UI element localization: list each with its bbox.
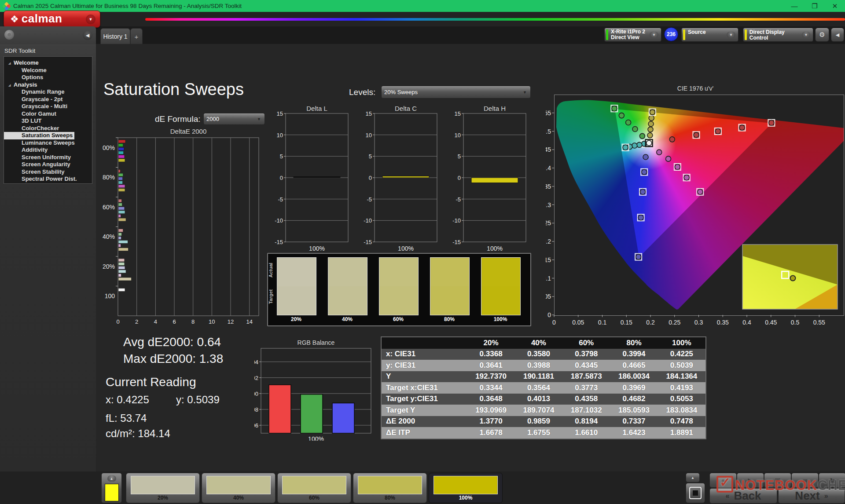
- cie-measure-blue-1: [642, 169, 647, 175]
- svg-text:100%: 100%: [398, 245, 414, 252]
- deltae-bar-20%-2: [118, 266, 125, 269]
- svg-text:0.55: 0.55: [813, 319, 825, 326]
- de-formula-dropdown[interactable]: 2000 ▼: [203, 113, 265, 125]
- pattern-button-60%[interactable]: 60%: [277, 473, 351, 503]
- pattern-button-20%[interactable]: 20%: [126, 473, 200, 503]
- sidebar-collapse-button[interactable]: ◀: [83, 30, 92, 40]
- pattern-label: 20%: [126, 495, 199, 501]
- pattern-swatch: [131, 476, 195, 494]
- meter-count-button[interactable]: 236: [662, 28, 680, 41]
- calman-glyph-icon: ❖: [10, 14, 19, 25]
- panel-collapse-button[interactable]: ◀: [831, 28, 844, 42]
- svg-text:0.2: 0.2: [646, 319, 655, 326]
- sidebar-item-welcome[interactable]: Welcome: [4, 67, 92, 74]
- minimize-button[interactable]: —: [784, 2, 805, 10]
- sidebar-item-screen-angularity[interactable]: Screen Angularity: [4, 161, 92, 168]
- cie-measure-yellow-2: [648, 121, 654, 127]
- sidebar-item-dynamic-range[interactable]: Dynamic Range: [4, 88, 92, 96]
- levels-dropdown[interactable]: 20% Sweeps ▼: [381, 86, 531, 99]
- cie-measure-magenta-2: [675, 164, 680, 169]
- svg-text:0.55: 0.55: [546, 110, 551, 117]
- pattern-button-40%[interactable]: 40%: [202, 473, 276, 503]
- nav-collapse-button[interactable]: ▲: [686, 473, 700, 482]
- svg-text:15: 15: [455, 110, 461, 117]
- cie-measure-red-3: [739, 125, 745, 130]
- calman-logo-button[interactable]: ❖ calman ▼: [4, 11, 100, 28]
- sidebar-item-additivity[interactable]: Additivity: [4, 146, 92, 154]
- compare-swatch-label: 20%: [276, 316, 316, 322]
- deltae-bar-80%-0: [118, 170, 120, 173]
- window-title: Calman 2025 Calman Ultimate for Business…: [13, 3, 242, 9]
- pattern-label: 60%: [278, 495, 351, 501]
- svg-text:0.15: 0.15: [546, 256, 551, 263]
- pattern-swatch: [434, 476, 498, 494]
- compare-swatch-60%: [379, 257, 419, 315]
- sidebar-item-grayscale-2pt[interactable]: Grayscale - 2pt: [4, 96, 92, 103]
- sidebar-item-color-gamut[interactable]: Color Gamut: [4, 110, 92, 118]
- sidebar-item-welcome[interactable]: Welcome: [4, 59, 92, 67]
- deltae-bar-20%-1: [118, 263, 125, 266]
- svg-text:0.5: 0.5: [546, 128, 551, 135]
- deltae2000-chart: DeltaE 200002468101214100%80%60%40%20%10…: [103, 127, 265, 330]
- stop-pattern-button[interactable]: [686, 483, 705, 503]
- svg-text:0.25: 0.25: [669, 319, 680, 326]
- measurement-table: 20%40%60%80%100%x: CIE310.33680.35800.37…: [381, 336, 706, 439]
- sidebar-item-options[interactable]: Options: [4, 74, 92, 81]
- workflow-tree: WelcomeWelcomeOptionsAnalysisDynamic Ran…: [4, 56, 92, 184]
- pattern-window-button[interactable]: ▲: [101, 473, 122, 503]
- workflow-orb-icon[interactable]: [4, 30, 14, 40]
- svg-text:104: 104: [254, 359, 258, 365]
- direct-display-control-dropdown[interactable]: Direct Display Control ▼: [743, 28, 813, 42]
- compare-swatch-100%: [481, 257, 521, 315]
- compare-swatch-label: 40%: [327, 316, 367, 322]
- pattern-label: 40%: [202, 495, 275, 501]
- window-titlebar: Calman 2025 Calman Ultimate for Business…: [0, 0, 845, 12]
- app-logo-icon: [2, 2, 11, 11]
- meter-dropdown[interactable]: X-Rite i1Pro 2 Direct View ▼: [604, 28, 661, 42]
- restore-button[interactable]: ❐: [805, 2, 825, 10]
- svg-text:5: 5: [369, 153, 372, 160]
- deltae-bar-80%-1: [118, 173, 123, 176]
- pattern-button-80%[interactable]: 80%: [353, 473, 427, 503]
- sidebar-item-grayscale-multi[interactable]: Grayscale - Multi: [4, 103, 92, 110]
- settings-gear-button[interactable]: ⚙: [815, 28, 829, 42]
- deltae-bar-100-0: [118, 289, 125, 292]
- svg-text:0.2: 0.2: [546, 238, 551, 245]
- svg-text:20%: 20%: [103, 263, 115, 270]
- sidebar-item-screen-uniformity[interactable]: Screen Uniformity: [4, 154, 92, 161]
- sidebar-item-3d-lut[interactable]: 3D LUT: [4, 117, 92, 125]
- svg-text:40%: 40%: [103, 233, 115, 240]
- deltae-bar-40%-1: [118, 233, 121, 236]
- cie-measure-red-1: [694, 132, 699, 138]
- cie-measure-blue-2: [640, 189, 645, 194]
- svg-text:100%: 100%: [103, 144, 115, 151]
- sidebar-item-luminance-sweeps[interactable]: Luminance Sweeps: [4, 139, 92, 147]
- sidebar-item-spectral-power-dist-[interactable]: Spectral Power Dist.: [4, 175, 92, 183]
- svg-text:0: 0: [280, 175, 283, 181]
- source-dropdown[interactable]: Source ▼: [681, 28, 738, 42]
- current-x: x: 0.4225: [106, 394, 149, 406]
- delta-bar-delta-h: [471, 178, 518, 183]
- delta-bar-delta-c: [382, 176, 429, 178]
- table-row: Target Y193.0969189.7074187.1032185.0593…: [381, 405, 706, 416]
- calman-menu-caret-icon[interactable]: ▼: [86, 15, 96, 24]
- sidebar-item-screen-stability[interactable]: Screen Stability: [4, 168, 92, 176]
- svg-text:-10: -10: [452, 217, 461, 224]
- calman-app-window: { "titlebar":{"title":"Calman 2025 Calma…: [0, 0, 845, 504]
- svg-text:80%: 80%: [103, 174, 115, 181]
- svg-text:-15: -15: [275, 239, 283, 245]
- compare-swatch-40%: [328, 257, 367, 315]
- cie-measure-magenta-3: [684, 175, 689, 180]
- deltae-bar-40%-3: [118, 240, 128, 243]
- pattern-button-100%[interactable]: 100%: [429, 473, 503, 503]
- add-tab-button[interactable]: +: [130, 28, 143, 44]
- sidebar-item-analysis[interactable]: Analysis: [4, 81, 92, 89]
- sidebar-item-colorchecker[interactable]: ColorChecker: [4, 125, 92, 132]
- svg-text:100%: 100%: [308, 435, 324, 441]
- close-button[interactable]: ✕: [825, 2, 845, 10]
- sidebar-item-saturation-sweeps[interactable]: Saturation Sweeps: [4, 132, 74, 139]
- chevron-down-icon: ▼: [257, 117, 261, 121]
- svg-text:10: 10: [455, 132, 461, 139]
- tab-history-1[interactable]: History 1: [100, 28, 130, 44]
- chevron-down-icon: ▼: [802, 32, 810, 38]
